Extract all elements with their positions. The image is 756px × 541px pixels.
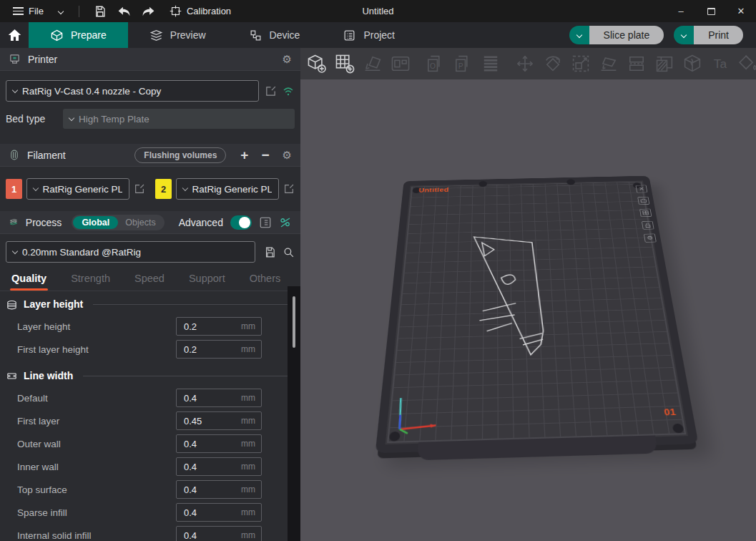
maximize-button[interactable] [696, 0, 726, 22]
scene-3d[interactable]: Untitled 01 ✕ [300, 79, 756, 541]
add-plate-icon[interactable] [334, 53, 355, 74]
setting-input[interactable]: 0.2 mm [176, 340, 262, 359]
setting-input[interactable]: 0.2 mm [176, 317, 262, 336]
setting-input[interactable]: 0.4 mm [176, 503, 262, 522]
rotate-icon[interactable] [542, 53, 564, 74]
mesh-boolean-icon[interactable] [654, 53, 675, 74]
delete-plate-icon[interactable]: ✕ [635, 185, 647, 193]
tab-device[interactable]: Device [227, 22, 322, 48]
home-button[interactable] [0, 22, 29, 48]
slice-options-dropdown[interactable] [569, 26, 589, 44]
tab-preview[interactable]: Preview [128, 22, 227, 48]
tab-project[interactable]: Project [321, 22, 416, 48]
auto-orient-icon[interactable] [362, 53, 383, 74]
cut-icon[interactable] [626, 53, 647, 74]
group-title: Layer height [24, 298, 83, 310]
setting-input[interactable]: 0.4 mm [176, 434, 262, 453]
chevron-down-icon [58, 8, 64, 14]
printer-settings-gear-icon[interactable]: ⚙ [283, 54, 292, 64]
search-settings-button[interactable] [283, 246, 295, 258]
setting-label: First layer [17, 416, 176, 427]
setting-unit: mm [241, 439, 255, 449]
setting-row: First layer height 0.2 mm [6, 338, 288, 361]
viewport-toolbar: O P [300, 48, 756, 79]
process-preset-dropdown[interactable]: 0.20mm Standard @RatRig [6, 241, 255, 263]
layers-icon [149, 29, 163, 42]
advanced-label: Advanced [179, 217, 223, 228]
slice-plate-button[interactable]: Slice plate [569, 26, 664, 44]
edit-printer-button[interactable] [265, 85, 277, 97]
setting-input[interactable]: 0.45 mm [176, 411, 262, 430]
svg-text:O: O [430, 62, 436, 70]
process-scope-toggle[interactable]: Global Objects [72, 215, 164, 230]
edit-filament-1-button[interactable] [134, 183, 145, 195]
arrange-icon[interactable] [390, 53, 411, 74]
file-menu-button[interactable]: File [7, 3, 69, 19]
paint-tool-icon[interactable] [737, 53, 756, 74]
printer-section-title: Printer [28, 54, 57, 65]
save-button[interactable] [89, 2, 111, 21]
plate-name-edit-icon[interactable] [637, 197, 649, 205]
chevron-down-icon [69, 114, 74, 120]
setting-row: Outer wall 0.4 mm [6, 432, 288, 455]
print-button[interactable]: Print [674, 26, 743, 44]
process-section-header: Process Global Objects Advanced [0, 211, 300, 234]
title-bar: File [0, 0, 756, 22]
edit-icon [265, 85, 277, 97]
build-plate-surface[interactable]: Untitled 01 ✕ [375, 176, 699, 454]
lay-on-face-icon[interactable] [598, 53, 619, 74]
lock-plate-icon[interactable] [642, 221, 654, 230]
arrange-plate-icon[interactable] [639, 209, 652, 218]
move-icon[interactable] [514, 53, 536, 74]
setting-input[interactable]: 0.4 mm [176, 480, 262, 499]
build-plate[interactable]: Untitled 01 ✕ [375, 176, 699, 454]
scope-objects-option[interactable]: Objects [118, 216, 162, 229]
undo-button[interactable] [114, 2, 135, 21]
scope-global-option[interactable]: Global [73, 216, 118, 229]
model-wireframe-cat[interactable] [446, 229, 570, 374]
advanced-toggle[interactable] [230, 215, 252, 230]
filament-1-dropdown[interactable]: RatRig Generic PLA [26, 178, 129, 200]
filament-2-badge[interactable]: 2 [155, 179, 172, 199]
plate-settings-gear-icon[interactable]: ⚙ [644, 234, 657, 243]
setting-input[interactable]: 0.4 mm [176, 457, 262, 476]
print-options-dropdown[interactable] [674, 26, 694, 44]
bed-type-dropdown[interactable]: High Temp Plate [63, 109, 295, 129]
setting-unit: mm [241, 530, 255, 540]
flushing-volumes-button[interactable]: Flushing volumes [134, 147, 226, 163]
save-preset-button[interactable] [264, 246, 276, 258]
setting-value: 0.4 [184, 484, 241, 495]
setting-row: Inner wall 0.4 mm [6, 455, 288, 478]
setting-row: Top surface 0.4 mm [6, 478, 288, 501]
setting-input[interactable]: 0.4 mm [176, 389, 262, 407]
printer-connection-button[interactable] [282, 86, 295, 97]
remove-filament-button[interactable]: − [261, 148, 269, 162]
slice-plate-label: Slice plate [589, 26, 664, 44]
add-object-icon[interactable] [306, 53, 328, 74]
scale-icon[interactable] [570, 53, 591, 74]
setting-value: 0.4 [184, 507, 241, 518]
add-filament-button[interactable]: + [240, 148, 248, 162]
parameter-list-button[interactable] [259, 216, 272, 229]
printer-preset-dropdown[interactable]: RatRig V-Cast 0.4 nozzle - Copy [6, 80, 259, 102]
settings-scrollbar[interactable] [288, 286, 300, 541]
close-button[interactable]: ✕ [726, 0, 756, 22]
setting-input[interactable]: 0.4 mm [176, 526, 262, 541]
plate-name-label[interactable]: Untitled [418, 187, 449, 194]
redo-button[interactable] [138, 2, 159, 21]
compare-presets-button[interactable] [279, 216, 292, 229]
minimize-button[interactable]: – [666, 0, 696, 22]
variable-layer-height-icon[interactable] [480, 53, 501, 74]
split-to-parts-icon[interactable]: P [452, 53, 473, 74]
scrollbar-thumb[interactable] [293, 296, 295, 348]
edit-icon [283, 183, 295, 195]
filament-settings-gear-icon[interactable]: ⚙ [283, 150, 292, 160]
split-cube-icon[interactable] [682, 53, 703, 74]
text-tool-icon[interactable]: Ta [710, 53, 731, 74]
filament-1-badge[interactable]: 1 [6, 179, 22, 199]
split-to-objects-icon[interactable]: O [424, 53, 446, 74]
edit-filament-2-button[interactable] [283, 183, 295, 195]
calibration-button[interactable]: Calibration [162, 5, 238, 17]
filament-2-dropdown[interactable]: RatRig Generic PLA [176, 178, 279, 200]
tab-prepare[interactable]: Prepare [29, 22, 128, 48]
